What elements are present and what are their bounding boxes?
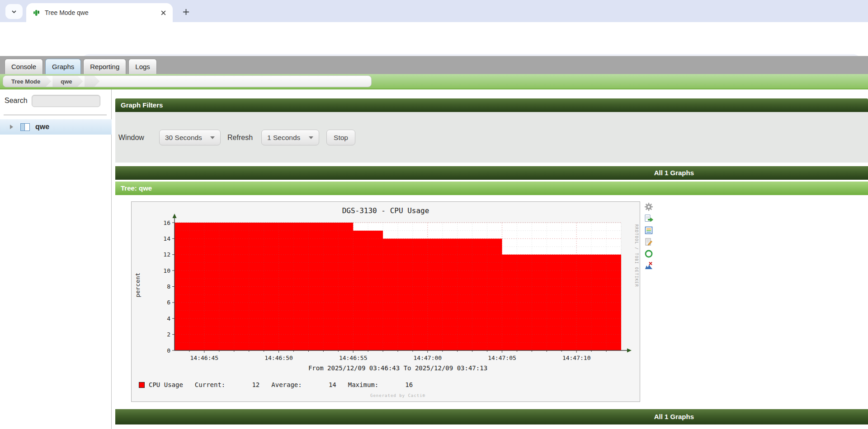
svg-text:6: 6	[167, 299, 170, 306]
tree-expander-icon[interactable]	[10, 125, 13, 129]
graph-image[interactable]: DGS-3130 - CPU Usage percent 02468101214…	[131, 201, 640, 402]
graphs-count-header: All 1 Graphs	[115, 166, 868, 180]
window-dropdown[interactable]: 30 Seconds	[159, 130, 221, 145]
legend-maximum-label: Maximum:	[348, 381, 378, 388]
tab-graphs[interactable]: Graphs	[45, 59, 81, 74]
tab-logs[interactable]: Logs	[128, 59, 157, 74]
export-csv-button[interactable]	[644, 214, 654, 224]
stop-button[interactable]: Stop	[326, 130, 355, 145]
search-input[interactable]	[32, 95, 100, 107]
graph-source-icon	[644, 226, 653, 235]
cacti-tabbar: Console Graphs Reporting Logs	[0, 56, 868, 74]
svg-text:14:46:45: 14:46:45	[190, 354, 219, 361]
tab-console[interactable]: Console	[5, 59, 43, 74]
cpu-usage-plot: 024681012141614:46:4514:46:5014:46:5514:…	[132, 202, 641, 402]
gear-icon	[644, 202, 653, 211]
svg-text:12: 12	[163, 251, 170, 258]
legend-current-value: 12	[225, 381, 259, 388]
breadcrumb-band: Tree Mode qwe	[0, 74, 868, 89]
tree-band: Tree: qwe	[115, 182, 868, 195]
refresh-dropdown[interactable]: 1 Seconds	[261, 130, 319, 145]
breadcrumb-tail-chevron-icon	[85, 76, 100, 87]
tab-reporting[interactable]: Reporting	[83, 59, 126, 74]
realtime-button[interactable]	[644, 249, 654, 259]
legend-swatch	[139, 382, 145, 388]
dropdown-caret-icon	[309, 136, 313, 139]
graph-settings-button[interactable]	[644, 202, 654, 212]
legend-average-value: 14	[302, 381, 336, 388]
window-value: 30 Seconds	[165, 134, 202, 142]
browser-tabstrip: Tree Mode qwe	[0, 0, 868, 22]
browser-tab[interactable]: Tree Mode qwe	[26, 3, 173, 22]
dropdown-caret-icon	[210, 136, 215, 139]
tab-close-icon[interactable]	[160, 10, 166, 16]
svg-text:14: 14	[163, 235, 170, 242]
graph-source-button[interactable]	[644, 225, 654, 235]
graph-date-range: From 2025/12/09 03:46:43 To 2025/12/09 0…	[175, 364, 621, 372]
svg-text:14:46:50: 14:46:50	[264, 354, 293, 361]
svg-text:8: 8	[167, 283, 170, 290]
legend-average-label: Average:	[271, 381, 302, 388]
tab-search-button[interactable]	[5, 4, 23, 19]
sidebar-item-qwe[interactable]: qwe	[0, 119, 112, 135]
rrdtool-credit: RRDTOOL / TOBI OETIKER	[634, 224, 638, 287]
svg-text:10: 10	[163, 267, 170, 274]
legend-series-name: CPU Usage	[149, 381, 183, 388]
graph-edit-button[interactable]	[644, 237, 654, 247]
svg-text:2: 2	[167, 331, 170, 338]
browser-toolbar: localhost/cacti/graph_view.php?action=tr…	[0, 22, 868, 56]
svg-text:4: 4	[167, 315, 170, 322]
refresh-label: Refresh	[227, 134, 253, 142]
new-tab-button[interactable]	[180, 6, 192, 18]
svg-text:16: 16	[163, 219, 170, 226]
export-csv-icon	[644, 214, 653, 223]
tree-item-label: qwe	[35, 123, 49, 131]
refresh-value: 1 Seconds	[267, 134, 300, 142]
breadcrumb: Tree Mode qwe	[3, 75, 372, 87]
breadcrumb-tree-mode[interactable]: Tree Mode	[3, 76, 51, 87]
plus-icon	[183, 9, 189, 15]
graph-actions	[644, 202, 654, 270]
cacti-favicon-icon	[33, 9, 40, 17]
app-root: Tree Mode qwe localhost/cacti/graph_view…	[0, 0, 868, 429]
graph-filters-header: Graph Filters	[115, 98, 868, 112]
tree-page-icon	[20, 123, 30, 131]
svg-text:14:47:10: 14:47:10	[562, 354, 591, 361]
kill-spikes-icon	[644, 261, 653, 270]
realtime-circle-icon	[644, 249, 653, 258]
window-label: Window	[118, 134, 144, 142]
svg-text:14:47:00: 14:47:00	[414, 354, 442, 361]
edit-pencil-icon	[644, 238, 653, 247]
graph-watermark: Generated by Cacti®	[175, 393, 621, 398]
breadcrumb-qwe[interactable]: qwe	[52, 76, 83, 87]
chevron-down-icon	[11, 9, 17, 15]
graphs-count-footer: All 1 Graphs	[115, 409, 868, 424]
sidebar-divider	[4, 115, 107, 115]
sidebar: Search qwe	[0, 89, 112, 429]
legend-current-label: Current:	[195, 381, 225, 388]
svg-text:0: 0	[167, 347, 170, 354]
kill-spikes-button[interactable]	[644, 261, 654, 270]
search-label: Search	[5, 97, 28, 105]
tab-title: Tree Mode qwe	[45, 9, 160, 16]
svg-text:14:47:05: 14:47:05	[488, 354, 516, 361]
svg-text:14:46:55: 14:46:55	[339, 354, 368, 361]
graph-legend: CPU Usage Current: 12 Average: 14 Maximu…	[139, 381, 413, 388]
legend-maximum-value: 16	[378, 381, 413, 388]
